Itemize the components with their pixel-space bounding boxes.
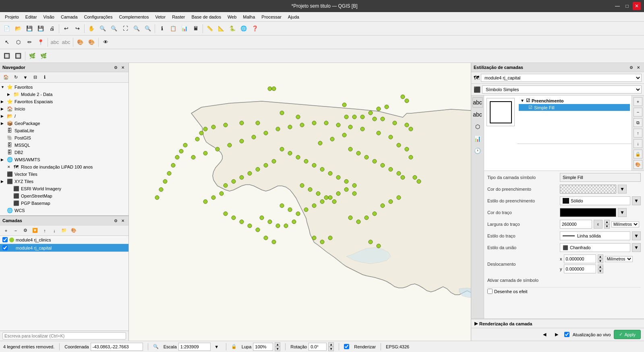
digitizing-btn[interactable]: 🌿 [27, 51, 37, 61]
fill-style-dropdown-btn[interactable]: ▼ [632, 196, 641, 205]
move-up-symbol-btn[interactable]: ↑ [634, 129, 642, 137]
preview-btn[interactable]: 👁 [100, 37, 111, 48]
remove-layer-btn[interactable]: − [11, 227, 20, 235]
zoom-sel-btn[interactable]: 🔍 [143, 23, 153, 34]
stroke-width-down[interactable]: ▼ [604, 224, 610, 229]
menu-item-processar[interactable]: Processar [258, 14, 285, 20]
python-btn[interactable]: 🐍 [227, 23, 238, 34]
zoom-extent-btn[interactable]: ⛶ [120, 23, 130, 34]
layers-settings-btn[interactable]: ⚙ [112, 217, 119, 224]
menu-item-visão[interactable]: Visão [40, 14, 58, 20]
displacement-y-input[interactable] [564, 265, 596, 273]
identify-btn[interactable]: ℹ [157, 23, 167, 34]
tree-arrow-slash[interactable]: ▶ [1, 114, 6, 118]
coord-input[interactable] [91, 343, 143, 351]
stroke-width-expr-btn[interactable]: ε [594, 220, 603, 229]
maximize-button[interactable]: □ [623, 2, 631, 10]
layer-group-btn[interactable]: 📁 [60, 227, 68, 235]
attr-table-btn[interactable]: 📋 [168, 23, 178, 34]
style-close-btn[interactable]: ✕ [635, 64, 642, 71]
label-btn[interactable]: abc [50, 37, 60, 48]
open-btn[interactable]: 📂 [13, 23, 23, 34]
tree-item-db2[interactable]: 🗄DB2 [1, 149, 128, 156]
map-area[interactable] [129, 63, 471, 341]
disp-y-down[interactable]: ▼ [598, 269, 603, 273]
color-symbol-btn[interactable]: 🎨 [634, 160, 642, 169]
menu-item-vetor[interactable]: Vetor [152, 14, 169, 20]
style-tab-label[interactable]: abc [472, 97, 483, 108]
tree-item-mssql[interactable]: 🗄MSSQL [1, 142, 128, 149]
live-update-checkbox[interactable] [564, 332, 569, 337]
stroke-style-dropdown-btn[interactable]: ▼ [632, 231, 641, 240]
move-down-symbol-btn[interactable]: ↓ [634, 139, 642, 148]
stroke-width-up[interactable]: ▲ [604, 220, 610, 224]
digitize-btn[interactable]: 📍 [35, 37, 46, 48]
style-paste-btn[interactable]: 🎨 [86, 37, 97, 48]
tree-arrow-risco[interactable]: ✕ [7, 165, 13, 169]
tree-arrow-inicio[interactable]: ▶ [1, 107, 6, 111]
tree-item-xyztiles[interactable]: ▶⬛XYZ Tiles [1, 178, 128, 185]
tree-arrow-wmswmts[interactable]: ▶ [1, 158, 6, 162]
menu-item-raster[interactable]: Raster [169, 14, 188, 20]
measure-btn[interactable]: 📏 [205, 23, 215, 34]
style-settings-btn[interactable]: ⚙ [628, 64, 634, 71]
disp-y-up[interactable]: ▲ [598, 265, 603, 269]
lock-symbol-btn[interactable]: 🔒 [634, 150, 642, 158]
adv-digitizing-btn[interactable]: 🌿 [38, 51, 49, 61]
rotation-input[interactable] [309, 343, 327, 351]
layer-move-up-btn[interactable]: ↑ [40, 227, 49, 235]
deselect-btn[interactable]: ⬡ [13, 37, 23, 48]
layer-filter-btn[interactable]: 🔽 [31, 227, 39, 235]
label2-btn[interactable]: abc [61, 37, 71, 48]
nav-filter-btn[interactable]: ▼ [21, 73, 30, 81]
rot-up[interactable]: ▲ [328, 342, 334, 347]
render-checkbox[interactable] [344, 344, 349, 349]
redo-btn[interactable]: ↪ [72, 23, 83, 34]
style-tab-history[interactable]: 🕐 [472, 146, 483, 156]
tree-arrow-favoritos-esp[interactable]: ▶ [1, 100, 6, 104]
style-copy-btn[interactable]: 🎨 [75, 37, 85, 48]
zoom-layer-btn[interactable]: 🔍 [131, 23, 142, 34]
tree-item-favoritos-esp[interactable]: ▶⭐Favoritos Espaciais [1, 98, 128, 105]
layer-item-capital[interactable]: module4 rj_capital [0, 244, 128, 252]
fill-color-box[interactable] [560, 185, 616, 194]
mag-up[interactable]: ▲ [275, 342, 280, 347]
style-type-dropdown[interactable]: Símbolo Simples [482, 85, 642, 94]
undo-btn[interactable]: ↩ [61, 23, 71, 34]
tree-item-module2[interactable]: ▶📁Module 2 - Data [1, 91, 128, 98]
snap2-btn[interactable]: 🔲 [13, 51, 23, 61]
tree-item-vectortiles[interactable]: ⬛Vector Tiles [1, 171, 128, 178]
layer-style-btn[interactable]: 🎨 [69, 227, 78, 235]
stroke-width-unit-select[interactable]: Milímetros [611, 221, 639, 227]
tree-arrow-xyztiles[interactable]: ▶ [1, 179, 6, 183]
print-btn[interactable]: 🖨 [47, 23, 57, 34]
style-layer-dropdown[interactable]: module4 rj_capital [481, 74, 642, 82]
tree-item-pgp[interactable]: ⬛PGP Basemap [1, 200, 128, 207]
layer-checkbox-clinics[interactable] [2, 237, 8, 242]
menu-item-editar[interactable]: Editar [22, 14, 40, 20]
navigator-settings-btn[interactable]: ⚙ [112, 64, 119, 71]
add-layer-btn[interactable]: + [2, 227, 10, 235]
measure-area-btn[interactable]: 📐 [216, 23, 226, 34]
layer-rendering-header[interactable]: ▶ Renderização da camada [474, 321, 641, 326]
style-tab-diagram[interactable]: 📊 [472, 133, 483, 144]
search-input[interactable] [2, 332, 126, 340]
type-value-input[interactable] [560, 173, 641, 182]
layer-move-down-btn[interactable]: ↓ [50, 227, 59, 235]
tree-item-wmswmts[interactable]: ▶🌐WMS/WMTS [1, 156, 128, 163]
scale-dropdown-btn[interactable]: ▼ [212, 343, 221, 351]
zoom-out-btn[interactable]: 🔍 [109, 23, 119, 34]
magnifier-input[interactable] [253, 343, 273, 351]
minimize-button[interactable]: — [613, 2, 621, 10]
tree-arrow-favoritos[interactable]: ▼ [1, 85, 6, 89]
menu-item-base-de-dados[interactable]: Base de dados [188, 14, 224, 20]
tree-arrow-module2[interactable]: ▶ [7, 92, 13, 96]
select-btn[interactable]: ↖ [2, 37, 12, 48]
web-btn[interactable]: 🌐 [238, 23, 249, 34]
layer-item-clinics[interactable]: module4 rj_clinics [0, 236, 128, 244]
layer-props-btn[interactable]: ⚙ [21, 227, 30, 235]
fill-color-dropdown-btn[interactable]: ▼ [618, 185, 627, 194]
save-as-btn[interactable]: 💾 [35, 23, 46, 34]
style-forward-btn[interactable]: ▶ [552, 331, 561, 339]
tree-item-spatialite[interactable]: 🗄SpatiaLite [1, 127, 128, 134]
